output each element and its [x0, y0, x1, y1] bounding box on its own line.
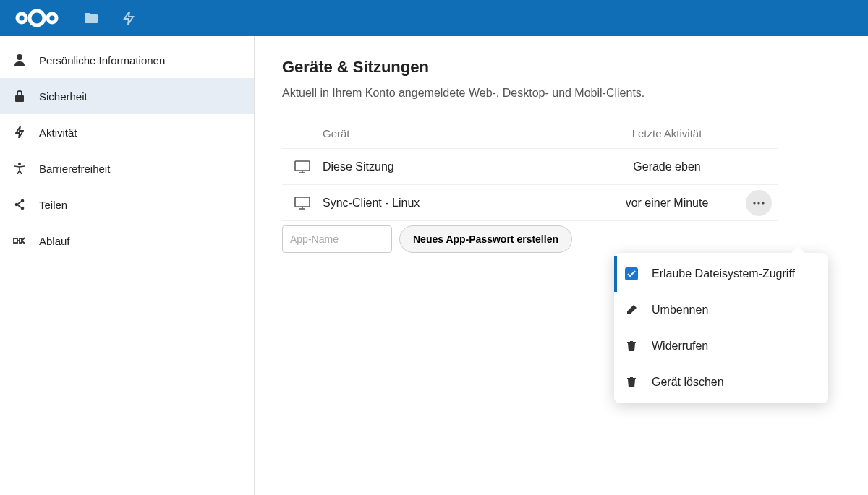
page-subtitle: Aktuell in Ihrem Konto angemeldete Web-,…	[282, 87, 841, 100]
svg-point-14	[757, 202, 760, 204]
lock-icon	[13, 90, 26, 102]
svg-point-13	[753, 202, 755, 204]
content-area: Geräte & Sitzungen Aktuell in Ihrem Kont…	[255, 36, 868, 495]
trash-icon	[624, 341, 639, 351]
sidebar-item-label: Teilen	[39, 199, 67, 211]
pencil-icon	[624, 305, 639, 315]
new-app-password-row: Neues App-Passwort erstellen	[282, 225, 778, 253]
checkbox-checked-icon	[624, 267, 639, 280]
sidebar-item-security[interactable]: Sicherheit	[0, 78, 254, 114]
flow-icon	[13, 236, 26, 246]
sidebar-item-label: Aktivität	[39, 126, 77, 139]
session-row: Diese Sitzung Gerade eben	[282, 149, 778, 185]
trash-icon	[624, 377, 639, 387]
create-app-password-button[interactable]: Neues App-Passwort erstellen	[399, 225, 572, 253]
svg-point-3	[17, 54, 22, 60]
activity-app-icon[interactable]	[123, 11, 135, 25]
sidebar-item-personal-info[interactable]: Persönliche Informationen	[0, 42, 254, 78]
menu-item-label: Gerät löschen	[652, 376, 724, 389]
sidebar-item-label: Ablauf	[39, 235, 70, 247]
svg-point-15	[762, 202, 764, 204]
session-device-name: Sync-Client - Linux	[323, 197, 595, 210]
session-device-name: Diese Sitzung	[323, 160, 595, 173]
menu-item-allow-filesystem[interactable]: Erlaube Dateisystem-Zugriff	[614, 256, 828, 292]
svg-rect-9	[14, 238, 17, 243]
accessibility-icon	[13, 163, 26, 174]
sidebar-item-sharing[interactable]: Teilen	[0, 186, 254, 223]
menu-item-revoke[interactable]: Widerrufen	[614, 328, 828, 364]
app-name-input[interactable]	[282, 225, 392, 253]
session-actions-button[interactable]	[746, 190, 772, 216]
svg-point-2	[48, 14, 56, 22]
menu-item-wipe-device[interactable]: Gerät löschen	[614, 364, 828, 400]
svg-point-5	[18, 163, 21, 165]
sidebar-item-label: Sicherheit	[39, 90, 88, 103]
menu-item-label: Widerrufen	[652, 340, 708, 353]
menu-item-rename[interactable]: Umbennen	[614, 292, 828, 328]
session-row: Sync-Client - Linux vor einer Minute	[282, 185, 778, 221]
share-icon	[13, 199, 26, 210]
monitor-icon	[282, 197, 323, 210]
user-icon	[13, 54, 26, 66]
bolt-icon	[13, 126, 26, 138]
page-title: Geräte & Sitzungen	[282, 58, 841, 77]
monitor-icon	[282, 160, 323, 173]
menu-item-label: Erlaube Dateisystem-Zugriff	[652, 267, 795, 280]
svg-rect-4	[15, 95, 24, 102]
session-actions-menu: Erlaube Dateisystem-Zugriff Umbennen Wid…	[614, 253, 828, 403]
sessions-header: Gerät Letzte Aktivität	[282, 121, 778, 149]
svg-point-0	[30, 11, 44, 25]
sidebar-item-activity[interactable]: Aktivität	[0, 114, 254, 150]
column-header-activity: Letzte Aktivität	[595, 127, 739, 139]
sessions-table: Gerät Letzte Aktivität Diese Sitzung Ger…	[282, 121, 778, 253]
svg-rect-12	[295, 197, 310, 207]
sidebar-item-label: Persönliche Informationen	[39, 54, 165, 66]
session-activity: Gerade eben	[595, 160, 739, 173]
settings-sidebar: Persönliche Informationen Sicherheit Akt…	[0, 36, 255, 495]
top-bar	[0, 0, 868, 36]
nextcloud-logo[interactable]	[14, 7, 59, 29]
session-activity: vor einer Minute	[595, 197, 739, 210]
sidebar-item-accessibility[interactable]: Barrierefreiheit	[0, 150, 254, 186]
svg-rect-11	[295, 161, 310, 171]
svg-point-1	[17, 14, 26, 22]
sidebar-item-flow[interactable]: Ablauf	[0, 223, 254, 259]
sidebar-item-label: Barrierefreiheit	[39, 163, 110, 175]
column-header-device: Gerät	[323, 127, 595, 139]
files-app-icon[interactable]	[84, 12, 98, 25]
svg-rect-10	[20, 238, 22, 243]
menu-item-label: Umbennen	[652, 304, 708, 317]
